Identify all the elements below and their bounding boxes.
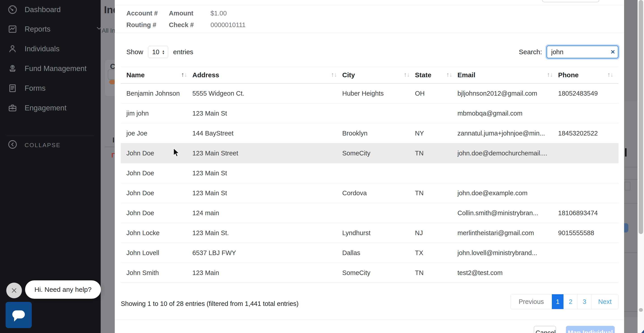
divider: [115, 319, 624, 320]
table-row[interactable]: John Lovell6537 LBJ FWYDallasTXjohn.love…: [121, 243, 618, 263]
column-header-state[interactable]: State↑↓: [415, 67, 458, 84]
chat-dismiss-button[interactable]: [6, 283, 22, 298]
briefcase-icon: [8, 103, 18, 113]
cell-state: TN: [415, 263, 458, 283]
search-label: Search:: [519, 48, 542, 56]
cell-email: mbmobqa@gmail.com: [458, 104, 558, 123]
sidebar-collapse-button[interactable]: COLLAPSE: [8, 139, 60, 151]
entries-label: entries: [173, 48, 193, 56]
cell-address: 6537 LBJ FWY: [192, 243, 342, 263]
table-row[interactable]: jim john123 Main Stmbmobqa@gmail.com: [121, 104, 618, 123]
amount-value: $1.00: [210, 9, 246, 18]
table-row[interactable]: John Doe123 Main StCordovaTNjohn.doe@exa…: [121, 183, 618, 203]
column-header-address[interactable]: Address↑↓: [192, 67, 342, 84]
table-row[interactable]: John Doe124 mainCollin.smith@ministrybra…: [121, 203, 618, 223]
search-input[interactable]: [546, 46, 618, 59]
background-band: [624, 0, 638, 101]
table-row[interactable]: joe Joe144 BayStreetBrooklynNYzannatul.j…: [121, 123, 618, 143]
background-field-fragment: [108, 69, 115, 80]
pagination-page-3[interactable]: 3: [577, 294, 591, 309]
sidebar-item-dashboard[interactable]: Dashboard: [8, 3, 60, 16]
table-body: Benjamin Johnson5555 Widgeon Ct.Huber He…: [121, 84, 618, 283]
sidebar-item-label: Reports: [24, 25, 50, 33]
page-length-control: Show 10 ▴▾ entries: [126, 46, 193, 58]
cell-address: 123 Main: [192, 263, 342, 283]
cell-state: TN: [415, 143, 458, 163]
sidebar-item-forms[interactable]: Forms: [8, 82, 46, 95]
cancel-button[interactable]: Cancel: [534, 326, 556, 333]
cell-address: 5555 Widgeon Ct.: [192, 84, 342, 104]
corner-blue-fragment: [641, 329, 644, 333]
cell-phone: [558, 104, 618, 123]
cell-email: [458, 163, 558, 183]
page-scrollbar[interactable]: [638, 0, 644, 333]
cell-address: 124 main: [192, 203, 342, 223]
table-row[interactable]: John Locke123 Main St.LyndhurstNJmerlint…: [121, 223, 618, 243]
cell-city: SomeCity: [342, 263, 415, 283]
cell-city: [342, 203, 415, 223]
sidebar-item-reports[interactable]: Reports: [8, 23, 50, 36]
cell-phone: [558, 163, 618, 183]
table-row[interactable]: John Doe123 Main StreetSomeCityTNjohn.do…: [121, 143, 618, 163]
dimmed-page-strip-right: [624, 0, 638, 333]
background-row-line: [624, 203, 638, 204]
sidebar-item-fund-management[interactable]: Fund Management: [8, 62, 86, 75]
cell-phone: [558, 263, 618, 283]
background-row-line: [624, 167, 638, 167]
dimmed-page-strip-left: Ind All In C I Γ: [101, 0, 115, 333]
check-number-value: 0000010111: [210, 20, 246, 30]
cell-state: OH: [415, 84, 458, 104]
cell-address: 123 Main St: [192, 104, 342, 123]
table-header-row: Name↑↓Address↑↓City↑↓State↑↓Email↑↓Phone…: [121, 67, 618, 84]
cell-address: 123 Main Street: [192, 143, 342, 163]
cell-email: zannatul.juma+johnjoe@min...: [458, 123, 558, 143]
clear-search-icon[interactable]: ×: [611, 48, 615, 56]
pagination-page-2[interactable]: 2: [564, 294, 577, 309]
background-band-light: [624, 317, 638, 333]
table-row[interactable]: John Doe123 Main St: [121, 163, 618, 183]
pagination-next[interactable]: Next: [591, 294, 618, 309]
account-number-label: Account #: [126, 9, 169, 18]
cell-email: Collin.smith@ministrybran...: [458, 203, 558, 223]
background-row-line: [624, 179, 638, 180]
background-row-line: [624, 252, 638, 253]
scrollbar-thumb[interactable]: [639, 0, 643, 234]
background-bold-fragment: I: [112, 136, 114, 144]
cell-state: [415, 203, 458, 223]
gauge-icon: [8, 5, 18, 15]
cell-email: merlintheistari@gmail.com: [458, 223, 558, 243]
map-individual-button[interactable]: Map Individual: [566, 326, 615, 333]
cell-name: John Doe: [121, 163, 192, 183]
sidebar-item-individuals[interactable]: Individuals: [8, 42, 60, 55]
cell-name: John Doe: [121, 183, 192, 203]
sort-icon: ↑↓: [607, 71, 612, 78]
cell-name: joe Joe: [121, 123, 192, 143]
pagination-page-1[interactable]: 1: [552, 294, 564, 309]
column-header-name[interactable]: Name↑↓: [121, 67, 192, 84]
cell-city: Lyndhurst: [342, 223, 415, 243]
table-row[interactable]: Benjamin Johnson5555 Widgeon Ct.Huber He…: [121, 84, 618, 104]
cell-address: 144 BayStreet: [192, 123, 342, 143]
sidebar-item-label: Engagement: [24, 104, 66, 112]
column-header-email[interactable]: Email↑↓: [458, 67, 558, 84]
page-size-select[interactable]: 10 ▴▾: [148, 46, 168, 58]
background-box-fragment: [624, 182, 630, 190]
cell-phone: 9015555588: [558, 223, 618, 243]
column-header-phone[interactable]: Phone↑↓: [558, 67, 618, 84]
table-row[interactable]: John Smith123 MainSomeCityTNtest2@test.c…: [121, 263, 618, 283]
column-header-label: Phone: [558, 71, 579, 79]
check-details: Account # Amount $1.00 Routing # Check #…: [126, 9, 246, 30]
sort-icon: ↑↓: [404, 71, 408, 78]
cell-name: John Locke: [121, 223, 192, 243]
cell-email: john.doe@example.com: [458, 183, 558, 203]
column-header-label: Name: [126, 71, 145, 79]
sidebar-item-engagement[interactable]: Engagement: [8, 101, 66, 114]
routing-number-label: Routing #: [126, 20, 169, 30]
sort-icon: ↑↓: [446, 71, 451, 78]
chat-tooltip[interactable]: Hi. Need any help?: [25, 280, 101, 299]
column-header-city[interactable]: City↑↓: [342, 67, 415, 84]
chat-launcher-button[interactable]: [6, 302, 32, 328]
modal-header-button-cutoff[interactable]: [542, 0, 599, 2]
pagination-previous[interactable]: Previous: [511, 294, 552, 309]
cell-city: Brooklyn: [342, 123, 415, 143]
